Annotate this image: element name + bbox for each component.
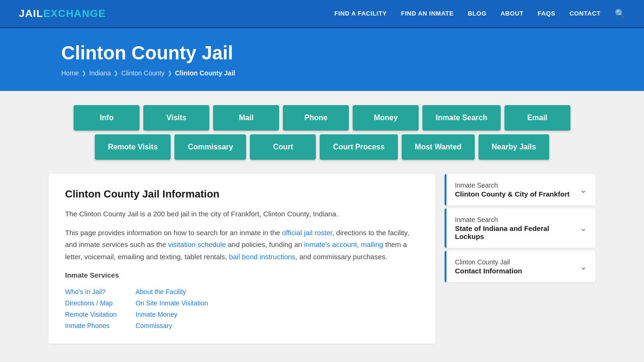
sidebar-item-2-subtitle: State of Indiana and Federal Lockups xyxy=(455,224,580,240)
nav-find-inmate[interactable]: FIND AN INMATE xyxy=(401,10,454,17)
chevron-down-icon-3: ⌄ xyxy=(580,262,587,272)
sidebar-card-1: Inmate Search Clinton County & City of F… xyxy=(445,174,595,206)
para2-text6: , and commissary purchases. xyxy=(296,253,388,261)
tab-nearby-jails[interactable]: Nearby Jails xyxy=(479,134,549,160)
service-onsite-visitation[interactable]: On Site Inmate Visitation xyxy=(135,299,208,307)
tab-money[interactable]: Money xyxy=(353,105,419,131)
main-content: Info Visits Mail Phone Money Inmate Sear… xyxy=(39,91,605,358)
service-about-facility[interactable]: About the Facility xyxy=(135,288,208,296)
article-para2: This page provides information on how to… xyxy=(65,227,419,263)
breadcrumb-home[interactable]: Home xyxy=(61,69,79,77)
service-inmate-money[interactable]: Inmate Money xyxy=(135,311,208,318)
site-header: JAILEXCHANGE FIND A FACILITY FIND AN INM… xyxy=(0,0,644,28)
page-title: Clinton County Jail xyxy=(61,42,625,64)
tab-remote-visits[interactable]: Remote Visits xyxy=(95,134,171,160)
tab-button-grid: Info Visits Mail Phone Money Inmate Sear… xyxy=(49,105,595,160)
service-inmate-phones[interactable]: Inmate Phones xyxy=(65,322,116,329)
link-inmate-account[interactable]: inmate's account xyxy=(304,240,357,248)
site-logo[interactable]: JAILEXCHANGE xyxy=(19,8,106,20)
sidebar-item-2[interactable]: Inmate Search State of Indiana and Feder… xyxy=(445,208,595,248)
tab-mail[interactable]: Mail xyxy=(213,105,279,131)
nav-about[interactable]: ABOUT xyxy=(501,10,524,17)
sidebar-item-1-title: Inmate Search xyxy=(455,181,580,189)
para2-text1: This page provides information on how to… xyxy=(65,229,282,237)
logo-exchange: EXCHANGE xyxy=(43,8,106,20)
tab-phone[interactable]: Phone xyxy=(283,105,349,131)
sidebar-item-3[interactable]: Clinton County Jail Contact Information … xyxy=(445,251,595,282)
tab-most-wanted[interactable]: Most Wanted xyxy=(402,134,475,160)
tab-court[interactable]: Court xyxy=(250,134,316,160)
chevron-down-icon-1: ⌄ xyxy=(580,185,587,195)
content-area: Clinton County Jail Information The Clin… xyxy=(49,174,595,344)
sidebar-item-1[interactable]: Inmate Search Clinton County & City of F… xyxy=(445,174,595,206)
sidebar-item-3-title: Clinton County Jail xyxy=(455,258,580,266)
services-grid: Who's in Jail? Directions / Map Remote V… xyxy=(65,288,419,329)
main-nav: FIND A FACILITY FIND AN INMATE BLOG ABOU… xyxy=(334,8,625,19)
service-directions[interactable]: Directions / Map xyxy=(65,299,116,307)
breadcrumb-sep-1: ❱ xyxy=(82,70,86,76)
main-article: Clinton County Jail Information The Clin… xyxy=(49,174,435,344)
tab-email[interactable]: Email xyxy=(504,105,570,131)
link-bail-bond[interactable]: bail bond instructions xyxy=(229,253,296,261)
sidebar-card-3: Clinton County Jail Contact Information … xyxy=(445,251,595,282)
nav-blog[interactable]: BLOG xyxy=(468,10,487,17)
service-whos-in-jail[interactable]: Who's in Jail? xyxy=(65,288,116,296)
nav-contact[interactable]: CONTACT xyxy=(570,10,601,17)
breadcrumb-current: Clinton County Jail xyxy=(175,69,235,77)
sidebar-item-3-subtitle: Contact Information xyxy=(455,267,580,275)
article-title: Clinton County Jail Information xyxy=(65,188,419,200)
services-col-2: About the Facility On Site Inmate Visita… xyxy=(135,288,208,329)
logo-jail: JAIL xyxy=(19,8,43,20)
nav-find-facility[interactable]: FIND A FACILITY xyxy=(334,10,387,17)
sidebar-item-2-title: Inmate Search xyxy=(455,216,580,223)
para2-text3: and policies, funding an xyxy=(226,240,304,248)
breadcrumb-clinton-county[interactable]: Clinton County xyxy=(121,69,165,77)
tab-court-process[interactable]: Court Process xyxy=(320,134,397,160)
sidebar-item-1-subtitle: Clinton County & City of Frankfort xyxy=(455,190,580,198)
service-remote-visitation[interactable]: Remote Visitation xyxy=(65,311,116,318)
breadcrumb-sep-2: ❱ xyxy=(114,70,118,76)
services-col-1: Who's in Jail? Directions / Map Remote V… xyxy=(65,288,116,329)
hero-section: Clinton County Jail Home ❱ Indiana ❱ Cli… xyxy=(0,28,644,91)
breadcrumb-sep-3: ❱ xyxy=(167,70,172,76)
service-commissary[interactable]: Commissary xyxy=(135,322,208,329)
sidebar: Inmate Search Clinton County & City of F… xyxy=(445,174,595,285)
link-jail-roster[interactable]: official jail roster xyxy=(282,229,332,237)
nav-faqs[interactable]: FAQs xyxy=(538,10,555,17)
tab-info[interactable]: Info xyxy=(74,105,140,131)
tab-visits[interactable]: Visits xyxy=(143,105,209,131)
tab-row-1: Info Visits Mail Phone Money Inmate Sear… xyxy=(74,105,570,131)
sidebar-card-2: Inmate Search State of Indiana and Feder… xyxy=(445,208,595,248)
tab-commissary[interactable]: Commissary xyxy=(174,134,246,160)
breadcrumb: Home ❱ Indiana ❱ Clinton County ❱ Clinto… xyxy=(61,69,625,77)
services-heading: Inmate Services xyxy=(65,269,419,281)
chevron-down-icon-2: ⌄ xyxy=(580,223,587,233)
search-icon-button[interactable]: 🔍 xyxy=(615,8,625,19)
tab-inmate-search[interactable]: Inmate Search xyxy=(422,105,500,131)
article-para1: The Clinton County Jail is a 200 bed jai… xyxy=(65,208,419,220)
link-mailing[interactable]: mailing xyxy=(361,240,383,248)
link-visitation-schedule[interactable]: visitation schedule xyxy=(168,240,226,248)
breadcrumb-indiana[interactable]: Indiana xyxy=(89,69,111,77)
tab-row-2: Remote Visits Commissary Court Court Pro… xyxy=(95,134,549,160)
